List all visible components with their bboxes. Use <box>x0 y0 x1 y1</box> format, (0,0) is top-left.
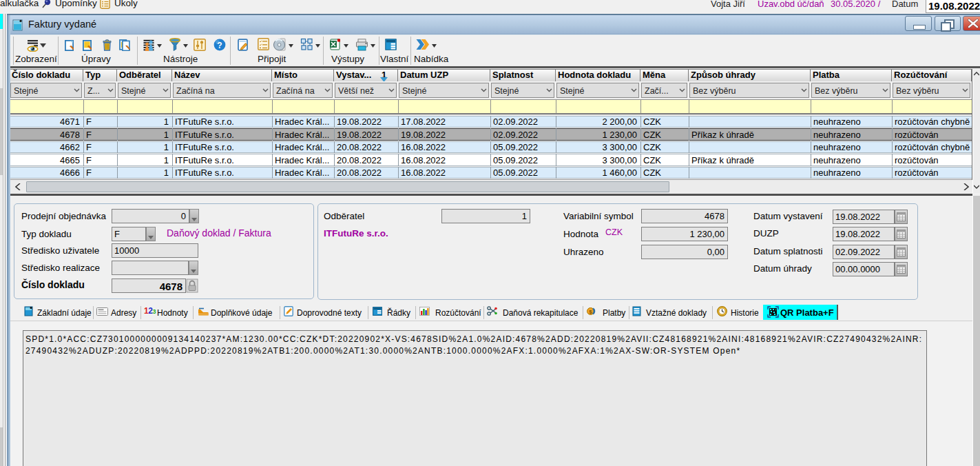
svg-text:$: $ <box>589 309 592 315</box>
svg-text:?: ? <box>217 41 222 50</box>
